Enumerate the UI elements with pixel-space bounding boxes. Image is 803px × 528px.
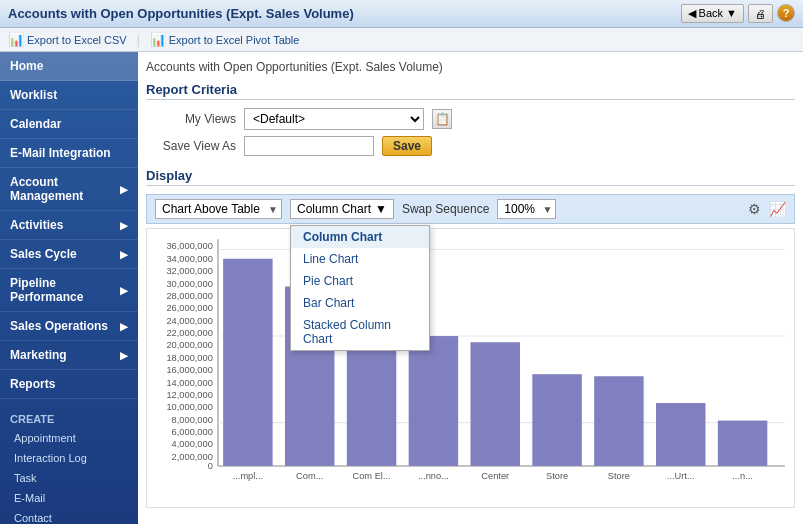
sidebar-create-appointment[interactable]: Appointment xyxy=(0,428,138,448)
svg-text:Com...: Com... xyxy=(296,471,323,481)
dropdown-item-pie[interactable]: Pie Chart xyxy=(291,270,429,292)
chart-type-select-btn[interactable]: Column Chart ▼ xyxy=(290,199,394,219)
zoom-wrapper: 100% 75% 50% ▼ xyxy=(497,199,556,219)
sidebar-item-sales-ops[interactable]: Sales Operations ▶ xyxy=(0,312,138,341)
svg-text:...mpl...: ...mpl... xyxy=(233,471,263,481)
svg-text:Store: Store xyxy=(608,471,630,481)
chevron-right-icon: ▶ xyxy=(120,249,128,260)
svg-text:34,000,000: 34,000,000 xyxy=(166,254,212,264)
svg-text:8,000,000: 8,000,000 xyxy=(172,415,213,425)
title-bar: Accounts with Open Opportunities (Expt. … xyxy=(0,0,803,28)
my-views-select[interactable]: <Default> xyxy=(244,108,424,130)
chevron-right-icon: ▶ xyxy=(120,350,128,361)
svg-text:20,000,000: 20,000,000 xyxy=(166,340,212,350)
svg-text:12,000,000: 12,000,000 xyxy=(166,390,212,400)
svg-text:Com El...: Com El... xyxy=(353,471,391,481)
create-section-title: Create xyxy=(0,407,138,428)
back-button[interactable]: ◀ Back ▼ xyxy=(681,4,744,23)
svg-text:Store: Store xyxy=(546,471,568,481)
svg-text:2,000,000: 2,000,000 xyxy=(172,452,213,462)
page-subtitle: Accounts with Open Opportunities (Expt. … xyxy=(146,60,795,74)
my-views-icon-btn[interactable]: 📋 xyxy=(432,109,452,129)
chart-settings-icon[interactable]: 📈 xyxy=(769,201,786,217)
svg-text:0: 0 xyxy=(208,461,213,471)
svg-text:18,000,000: 18,000,000 xyxy=(166,353,212,363)
toolbar: 📊 Export to Excel CSV | 📊 Export to Exce… xyxy=(0,28,803,52)
svg-text:14,000,000: 14,000,000 xyxy=(166,378,212,388)
chart-position-select[interactable]: Chart Above Table xyxy=(155,199,282,219)
sidebar-item-worklist[interactable]: Worklist xyxy=(0,81,138,110)
svg-text:24,000,000: 24,000,000 xyxy=(166,316,212,326)
sidebar-item-activities[interactable]: Activities ▶ xyxy=(0,211,138,240)
title-bar-actions: ◀ Back ▼ 🖨 ? xyxy=(681,4,795,23)
save-view-row: Save View As Save xyxy=(146,136,795,156)
dropdown-item-column[interactable]: Column Chart xyxy=(291,226,429,248)
content-area: Accounts with Open Opportunities (Expt. … xyxy=(138,52,803,524)
sidebar: Home Worklist Calendar E-Mail Integratio… xyxy=(0,52,138,524)
sidebar-item-email[interactable]: E-Mail Integration xyxy=(0,139,138,168)
save-view-label: Save View As xyxy=(146,139,236,153)
svg-text:28,000,000: 28,000,000 xyxy=(166,291,212,301)
sidebar-create-contact[interactable]: Contact xyxy=(0,508,138,524)
sidebar-item-sales-cycle[interactable]: Sales Cycle ▶ xyxy=(0,240,138,269)
svg-text:...n...: ...n... xyxy=(732,471,753,481)
report-criteria-heading: Report Criteria xyxy=(146,82,795,100)
sidebar-item-account-management[interactable]: Account Management ▶ xyxy=(0,168,138,211)
bar-5[interactable] xyxy=(471,342,520,466)
bar-1[interactable] xyxy=(223,259,272,466)
svg-text:Center: Center xyxy=(481,471,509,481)
chart-type-label: Column Chart xyxy=(297,202,371,216)
svg-text:32,000,000: 32,000,000 xyxy=(166,266,212,276)
my-views-row: My Views <Default> 📋 xyxy=(146,108,795,130)
svg-text:...nno...: ...nno... xyxy=(418,471,449,481)
chevron-right-icon: ▶ xyxy=(120,220,128,231)
dropdown-item-line[interactable]: Line Chart xyxy=(291,248,429,270)
bar-9[interactable] xyxy=(718,421,767,466)
main-layout: Home Worklist Calendar E-Mail Integratio… xyxy=(0,52,803,524)
chart-position-wrapper: Chart Above Table ▼ xyxy=(155,199,282,219)
excel-icon: 📊 xyxy=(8,32,24,47)
sidebar-item-reports[interactable]: Reports xyxy=(0,370,138,399)
page-title: Accounts with Open Opportunities (Expt. … xyxy=(8,6,354,21)
svg-text:16,000,000: 16,000,000 xyxy=(166,365,212,375)
help-button[interactable]: ? xyxy=(777,4,795,22)
sidebar-item-marketing[interactable]: Marketing ▶ xyxy=(0,341,138,370)
zoom-select[interactable]: 100% 75% 50% xyxy=(497,199,556,219)
filter-icon[interactable]: ⚙ xyxy=(748,201,761,217)
pivot-icon: 📊 xyxy=(150,32,166,47)
display-heading: Display xyxy=(146,168,795,186)
sidebar-create-task[interactable]: Task xyxy=(0,468,138,488)
sidebar-create-interaction[interactable]: Interaction Log xyxy=(0,448,138,468)
export-pivot-button[interactable]: 📊 Export to Excel Pivot Table xyxy=(150,32,300,47)
sidebar-item-pipeline[interactable]: Pipeline Performance ▶ xyxy=(0,269,138,312)
bar-7[interactable] xyxy=(594,376,643,466)
svg-text:...Urt...: ...Urt... xyxy=(667,471,695,481)
export-csv-button[interactable]: 📊 Export to Excel CSV xyxy=(8,32,127,47)
sidebar-create-email[interactable]: E-Mail xyxy=(0,488,138,508)
chevron-down-icon: ▼ xyxy=(375,202,387,216)
chart-area: 36,000,000 34,000,000 32,000,000 30,000,… xyxy=(146,228,795,508)
bar-4[interactable] xyxy=(409,336,458,466)
chart-type-dropdown: Column Chart ▼ Column Chart Line Chart P… xyxy=(290,199,394,219)
criteria-table: My Views <Default> 📋 Save View As Save xyxy=(146,108,795,156)
chevron-right-icon: ▶ xyxy=(120,285,128,296)
svg-text:6,000,000: 6,000,000 xyxy=(172,427,213,437)
bar-6[interactable] xyxy=(532,374,581,466)
dropdown-item-stacked[interactable]: Stacked Column Chart xyxy=(291,314,429,350)
svg-text:4,000,000: 4,000,000 xyxy=(172,439,213,449)
dropdown-item-bar[interactable]: Bar Chart xyxy=(291,292,429,314)
save-view-input[interactable] xyxy=(244,136,374,156)
save-button[interactable]: Save xyxy=(382,136,432,156)
chevron-right-icon: ▶ xyxy=(120,184,128,195)
display-bar: Chart Above Table ▼ Column Chart ▼ Colum… xyxy=(146,194,795,224)
svg-text:10,000,000: 10,000,000 xyxy=(166,402,212,412)
bar-8[interactable] xyxy=(656,403,705,466)
column-chart: 36,000,000 34,000,000 32,000,000 30,000,… xyxy=(151,233,790,503)
svg-text:30,000,000: 30,000,000 xyxy=(166,279,212,289)
chevron-right-icon: ▶ xyxy=(120,321,128,332)
sidebar-item-home[interactable]: Home xyxy=(0,52,138,81)
sidebar-item-calendar[interactable]: Calendar xyxy=(0,110,138,139)
my-views-label: My Views xyxy=(146,112,236,126)
svg-text:22,000,000: 22,000,000 xyxy=(166,328,212,338)
print-button[interactable]: 🖨 xyxy=(748,4,773,23)
